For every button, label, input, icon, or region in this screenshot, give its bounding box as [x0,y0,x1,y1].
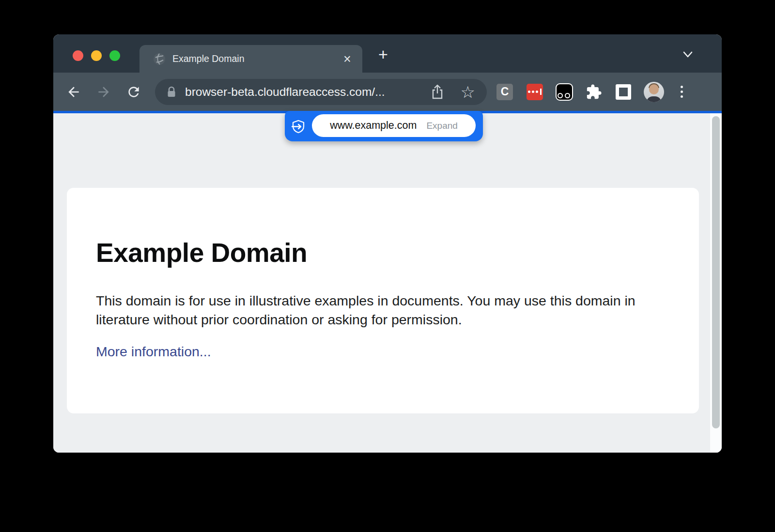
traffic-lights [73,50,120,61]
chevron-down-icon[interactable] [682,49,694,60]
share-icon[interactable] [431,84,444,100]
desktop-background: Example Domain × + [0,0,775,532]
scrollbar-track[interactable] [710,113,722,453]
back-button[interactable] [66,84,81,100]
address-bar[interactable]: browser-beta.cloudflareaccess.com/... ☆ [155,79,487,105]
tab-title: Example Domain [172,53,341,64]
tab-strip: Example Domain × + [53,34,722,73]
zoom-window-button[interactable] [109,50,120,61]
extension-goggles-icon[interactable] [556,83,573,101]
isolation-domain-pill: www.example.com Expand [285,111,483,141]
url-text: browser-beta.cloudflareaccess.com/... [185,85,385,99]
minimize-window-button[interactable] [91,50,102,61]
forward-button[interactable] [96,84,111,100]
reload-button[interactable] [126,84,141,100]
close-window-button[interactable] [73,50,83,61]
tab-close-icon[interactable]: × [341,54,354,64]
shield-arrow-icon [291,119,306,134]
expand-button[interactable]: Expand [426,121,457,131]
scrollbar-thumb[interactable] [712,116,720,428]
profile-avatar[interactable] [644,82,664,102]
lock-icon[interactable] [166,86,177,98]
new-tab-button[interactable]: + [375,46,391,63]
isolated-domain-text: www.example.com [330,120,417,132]
page-paragraph: This domain is for use in illustrative e… [96,291,655,329]
extension-password-manager-icon[interactable] [527,84,543,100]
browser-toolbar: browser-beta.cloudflareaccess.com/... ☆ … [53,73,722,111]
isolation-inner-pill: www.example.com Expand [312,114,476,137]
globe-favicon-icon [153,53,166,65]
browser-window: Example Domain × + [53,34,722,453]
browser-tab[interactable]: Example Domain × [140,45,362,73]
bookmark-star-icon[interactable]: ☆ [461,85,475,99]
extensions-puzzle-icon[interactable] [586,84,602,100]
extension-c-icon[interactable]: C [496,84,513,100]
extension-row: C [496,73,685,111]
content-card: Example Domain This domain is for use in… [67,188,699,413]
side-panel-icon[interactable] [616,84,631,100]
more-information-link[interactable]: More information... [96,344,211,360]
page-viewport: www.example.com Expand Example Domain Th… [53,113,722,453]
page-title: Example Domain [96,237,699,268]
browser-menu-icon[interactable] [679,84,685,100]
